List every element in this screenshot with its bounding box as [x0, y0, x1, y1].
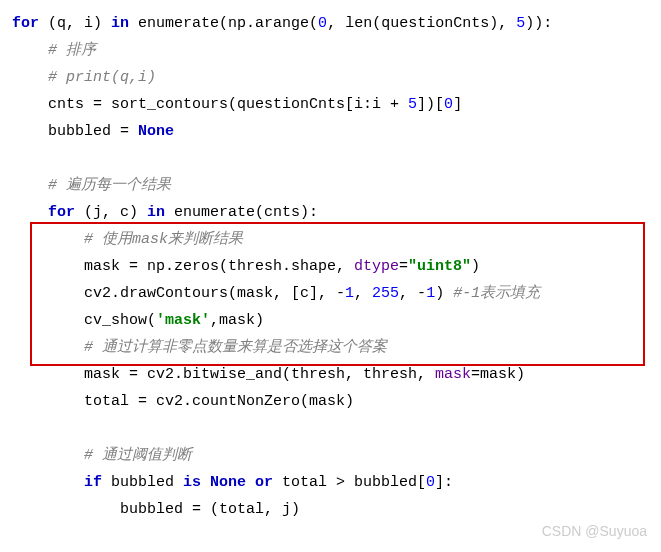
line-4: cnts = sort_contours(questionCnts[i:i + …	[48, 96, 462, 113]
line-19: bubbled = (total, j)	[120, 501, 300, 518]
comment-nonzero: # 通过计算非零点数量来算是否选择这个答案	[84, 339, 387, 356]
comment-sort: # 排序	[48, 42, 96, 59]
line-10: mask = np.zeros(thresh.shape, dtype="uin…	[84, 258, 480, 275]
comment-mask: # 使用mask来判断结果	[84, 231, 243, 248]
code-block: for (q, i) in enumerate(np.arange(0, len…	[0, 0, 661, 523]
line-5: bubbled = None	[48, 123, 174, 140]
line-18: if bubbled is None or total > bubbled[0]…	[84, 474, 453, 491]
line-15: total = cv2.countNonZero(mask)	[84, 393, 354, 410]
comment-threshold: # 通过阈值判断	[84, 447, 192, 464]
keyword-in: in	[111, 15, 129, 32]
comment-print: # print(q,i)	[48, 69, 156, 86]
comment-iterate: # 遍历每一个结果	[48, 177, 171, 194]
line-1: for (q, i) in enumerate(np.arange(0, len…	[12, 15, 552, 32]
keyword-for: for	[12, 15, 39, 32]
line-11: cv2.drawContours(mask, [c], -1, 255, -1)…	[84, 285, 540, 302]
line-14: mask = cv2.bitwise_and(thresh, thresh, m…	[84, 366, 525, 383]
line-12: cv_show('mask',mask)	[84, 312, 264, 329]
line-8: for (j, c) in enumerate(cnts):	[48, 204, 318, 221]
